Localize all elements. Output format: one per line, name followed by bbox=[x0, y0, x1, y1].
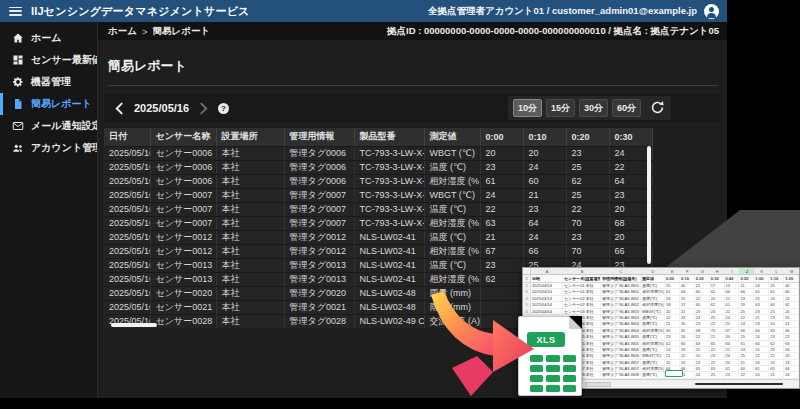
column-header: 日付 bbox=[104, 128, 150, 146]
table-cell: 本社 bbox=[216, 244, 284, 258]
excel-cell: 20 bbox=[754, 372, 769, 377]
excel-row-number: 6 bbox=[523, 309, 531, 314]
table-cell: TC-793-3-LW-X-57 bbox=[354, 202, 424, 216]
excel-cell: 管理タグ NLA3-W04 bbox=[601, 328, 641, 333]
excel-cell: 23 bbox=[739, 296, 754, 301]
breadcrumb-home[interactable]: ホーム bbox=[108, 25, 137, 38]
excel-cell: 24 bbox=[725, 353, 740, 358]
hamburger-icon[interactable] bbox=[9, 7, 22, 16]
excel-cell: 温度(℃) bbox=[641, 372, 665, 377]
table-cell: 本社 bbox=[216, 230, 284, 244]
table-cell: 20 bbox=[609, 202, 652, 216]
site-info: 拠点ID : 00000000-0000-0000-0000-000000000… bbox=[387, 25, 719, 38]
excel-cell: 管理タグ NLA3-W01 bbox=[601, 289, 641, 294]
page-title: 簡易レポート bbox=[108, 57, 187, 75]
excel-scrollbar bbox=[695, 383, 783, 385]
excel-cell: 63 bbox=[754, 302, 769, 307]
column-header: センサー名称 bbox=[150, 128, 216, 146]
table-cell: 相対湿度 (%… bbox=[424, 244, 480, 258]
excel-cell: 64 bbox=[725, 289, 740, 294]
page-fold bbox=[569, 316, 582, 329]
excel-cell: 23 bbox=[695, 321, 710, 326]
excel-cell: 温度(℃) bbox=[641, 283, 665, 288]
excel-cell: 温度(℃) bbox=[641, 296, 665, 301]
excel-cell: 21 bbox=[769, 372, 784, 377]
excel-column-letter: M bbox=[784, 268, 799, 274]
table-cell bbox=[480, 300, 523, 314]
excel-column-letter: D bbox=[641, 268, 665, 274]
table-cell: 相対湿度 (%… bbox=[424, 216, 480, 230]
interval-button-2[interactable]: 30分 bbox=[579, 99, 608, 117]
excel-cell: 65 bbox=[680, 328, 695, 333]
table-cell: 23 bbox=[480, 160, 523, 174]
excel-cell: 63 bbox=[784, 341, 799, 346]
sidebar-item-home[interactable]: ホーム bbox=[0, 27, 97, 49]
refresh-icon[interactable] bbox=[650, 100, 666, 116]
excel-header-cell: 0:10 bbox=[680, 275, 695, 282]
spreadsheet-grid-glyph bbox=[530, 355, 576, 392]
excel-cell: 60 bbox=[695, 302, 710, 307]
excel-cell: 64 bbox=[769, 302, 784, 307]
table-cell: 管理タグ0013 bbox=[284, 272, 354, 286]
interval-button-1[interactable]: 15分 bbox=[546, 99, 575, 117]
table-cell: WBGT (℃) bbox=[424, 146, 480, 160]
person-circle-icon[interactable] bbox=[704, 4, 719, 19]
date-navigation: 2025/05/16 ? bbox=[113, 93, 229, 123]
excel-cell: 25 bbox=[754, 347, 769, 352]
excel-cell: 22 bbox=[680, 353, 695, 358]
table-cell: 本社 bbox=[216, 146, 284, 160]
excel-cell: 62 bbox=[784, 302, 799, 307]
excel-cell: 70 bbox=[710, 328, 725, 333]
table-cell: TC-793-3-LW-X-57 bbox=[354, 160, 424, 174]
excel-cell: 25 bbox=[739, 353, 754, 358]
sidebar-item-account-mgmt[interactable]: アカウント管理 bbox=[0, 137, 97, 159]
excel-cell: 温度(℃) bbox=[641, 321, 665, 326]
table-cell: 雨量 (mm) bbox=[424, 286, 480, 300]
table-cell: 管理タグ0007 bbox=[284, 216, 354, 230]
sidebar-item-sensor-latest[interactable]: センサー最新値一覧 bbox=[0, 49, 97, 71]
excel-cell: 68 bbox=[695, 328, 710, 333]
interval-button-0[interactable]: 10分 bbox=[513, 99, 542, 117]
excel-cell: 60 bbox=[695, 289, 710, 294]
excel-cell: 温度(℃) bbox=[641, 334, 665, 339]
excel-cell: 23 bbox=[784, 360, 799, 365]
excel-cell: 温度(℃) bbox=[641, 315, 665, 320]
table-row: 2025/05/16センサー0012本社管理タグ0012NLS-LW02-41温… bbox=[104, 230, 652, 244]
excel-cell: WBGT(℃) bbox=[641, 353, 665, 358]
chevron-left-icon[interactable] bbox=[113, 102, 126, 115]
table-vertical-scrollbar[interactable] bbox=[647, 146, 651, 264]
sidebar-item-simple-report[interactable]: 簡易レポート bbox=[0, 93, 97, 115]
excel-row-number: 5 bbox=[523, 302, 531, 307]
gear-icon bbox=[12, 76, 24, 88]
excel-cell: WBGT(℃) bbox=[641, 309, 665, 314]
excel-column-letter: I bbox=[725, 268, 740, 274]
mail-icon bbox=[12, 120, 24, 132]
excel-cell: 21 bbox=[680, 309, 695, 314]
excel-header-cell: 0:30 bbox=[710, 275, 725, 282]
sidebar-item-device-mgmt[interactable]: 機器管理 bbox=[0, 71, 97, 93]
table-horizontal-scrollbar[interactable] bbox=[111, 323, 157, 327]
excel-cell: 22 bbox=[695, 296, 710, 301]
sidebar-item-mail-settings[interactable]: メール通知設定 bbox=[0, 115, 97, 137]
excel-cell: 管理タグ NLA3-W05 bbox=[601, 341, 641, 346]
excel-header-cell: 1:20 bbox=[784, 275, 799, 282]
interval-button-3[interactable]: 60分 bbox=[612, 99, 641, 117]
report-toolbar: 2025/05/16 ? 10分15分30分60分 bbox=[104, 93, 721, 123]
excel-sheet-tab bbox=[585, 382, 611, 387]
excel-cell: 21 bbox=[665, 353, 680, 358]
table-cell: センサー0012 bbox=[150, 230, 216, 244]
excel-cell: 24 bbox=[769, 360, 784, 365]
excel-cell: 23 bbox=[754, 321, 769, 326]
excel-header-cell: 1:00 bbox=[754, 275, 769, 282]
excel-cell: 64 bbox=[784, 366, 799, 371]
excel-cell: 66 bbox=[739, 328, 754, 333]
chevron-right-icon[interactable] bbox=[197, 102, 210, 115]
excel-cell: 62 bbox=[710, 302, 725, 307]
excel-cell: 17 bbox=[710, 283, 725, 288]
question-circle-icon[interactable]: ? bbox=[218, 103, 229, 114]
excel-cell: センサー01 本社 bbox=[563, 289, 601, 294]
excel-cell: 相対湿度(%) bbox=[641, 328, 665, 333]
excel-cell: 20 bbox=[710, 296, 725, 301]
excel-cell: 管理タグ NLA3-W07 bbox=[601, 360, 641, 365]
excel-cell: 24 bbox=[710, 309, 725, 314]
